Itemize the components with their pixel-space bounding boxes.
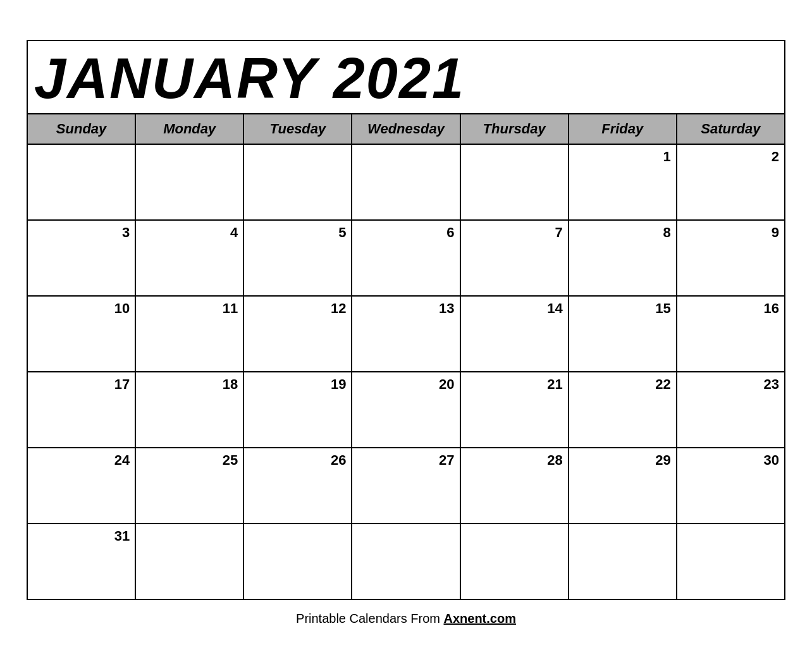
calendar-day-cell <box>135 524 243 599</box>
weekday-header-saturday: Saturday <box>677 114 785 144</box>
calendar-day-cell <box>243 144 352 220</box>
calendar-week-row: 24252627282930 <box>27 448 785 524</box>
calendar-day-cell: 8 <box>569 220 677 296</box>
weekday-header-friday: Friday <box>569 114 677 144</box>
weekday-header-thursday: Thursday <box>460 114 569 144</box>
calendar-day-cell: 14 <box>460 296 569 372</box>
calendar-day-cell: 16 <box>677 296 785 372</box>
calendar-day-cell: 15 <box>569 296 677 372</box>
calendar-day-cell: 18 <box>135 372 243 448</box>
footer: Printable Calendars From Axnent.com <box>27 600 785 629</box>
calendar-day-cell: 9 <box>677 220 785 296</box>
calendar-day-cell: 22 <box>569 372 677 448</box>
calendar-week-row: 10111213141516 <box>27 296 785 372</box>
calendar-day-cell <box>569 524 677 599</box>
weekday-header-wednesday: Wednesday <box>352 114 460 144</box>
calendar-day-cell: 28 <box>460 448 569 524</box>
calendar-day-cell <box>352 144 460 220</box>
calendar-day-cell: 31 <box>27 524 135 599</box>
calendar-day-cell: 7 <box>460 220 569 296</box>
calendar-day-cell <box>460 144 569 220</box>
weekday-header-tuesday: Tuesday <box>243 114 352 144</box>
calendar-day-cell <box>352 524 460 599</box>
calendar-week-row: 12 <box>27 144 785 220</box>
footer-link[interactable]: Axnent.com <box>443 611 515 625</box>
calendar-day-cell: 17 <box>27 372 135 448</box>
calendar-day-cell: 27 <box>352 448 460 524</box>
calendar-day-cell: 3 <box>27 220 135 296</box>
calendar-day-cell: 29 <box>569 448 677 524</box>
calendar-day-cell: 5 <box>243 220 352 296</box>
calendar-container: JANUARY 2021 SundayMondayTuesdayWednesda… <box>27 40 785 629</box>
calendar-day-cell: 6 <box>352 220 460 296</box>
calendar-day-cell <box>243 524 352 599</box>
calendar-day-cell: 24 <box>27 448 135 524</box>
calendar-day-cell: 30 <box>677 448 785 524</box>
calendar-day-cell: 1 <box>569 144 677 220</box>
calendar-day-cell: 26 <box>243 448 352 524</box>
calendar-day-cell: 2 <box>677 144 785 220</box>
calendar-table: SundayMondayTuesdayWednesdayThursdayFrid… <box>27 113 785 600</box>
weekday-header-monday: Monday <box>135 114 243 144</box>
calendar-day-cell: 20 <box>352 372 460 448</box>
calendar-week-row: 31 <box>27 524 785 599</box>
calendar-day-cell: 23 <box>677 372 785 448</box>
calendar-day-cell <box>677 524 785 599</box>
calendar-day-cell: 19 <box>243 372 352 448</box>
calendar-day-cell <box>27 144 135 220</box>
calendar-day-cell: 25 <box>135 448 243 524</box>
calendar-day-cell <box>460 524 569 599</box>
calendar-week-row: 3456789 <box>27 220 785 296</box>
calendar-day-cell <box>135 144 243 220</box>
footer-text: Printable Calendars From <box>296 611 443 625</box>
calendar-day-cell: 11 <box>135 296 243 372</box>
weekday-header-sunday: Sunday <box>27 114 135 144</box>
weekday-header-row: SundayMondayTuesdayWednesdayThursdayFrid… <box>27 114 785 144</box>
calendar-day-cell: 10 <box>27 296 135 372</box>
calendar-week-row: 17181920212223 <box>27 372 785 448</box>
calendar-day-cell: 4 <box>135 220 243 296</box>
calendar-title: JANUARY 2021 <box>27 40 785 113</box>
calendar-day-cell: 12 <box>243 296 352 372</box>
calendar-day-cell: 21 <box>460 372 569 448</box>
calendar-day-cell: 13 <box>352 296 460 372</box>
calendar-body: 1234567891011121314151617181920212223242… <box>27 144 785 599</box>
